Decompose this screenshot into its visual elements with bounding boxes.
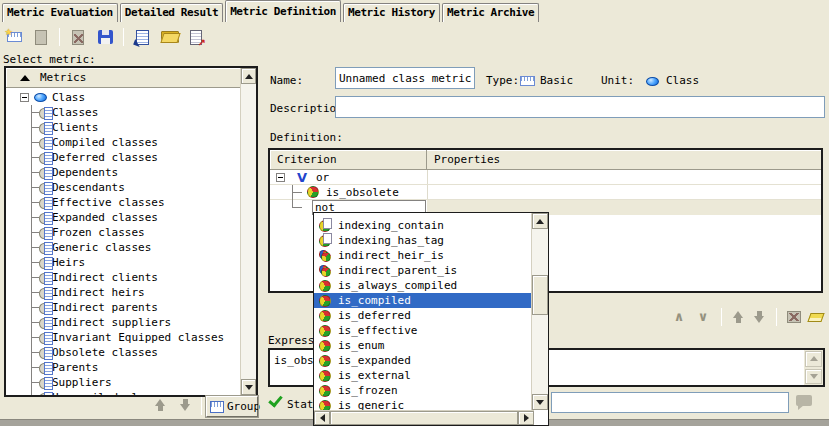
- scroll-down-button[interactable]: [241, 379, 256, 395]
- criterion-option[interactable]: is_external: [314, 368, 531, 383]
- scroll-up-button[interactable]: [241, 68, 256, 84]
- metric-tree-item[interactable]: Classes: [6, 105, 240, 120]
- metric-tree-item-label: Indirect parents: [52, 300, 158, 315]
- metric-tree-item[interactable]: Parents: [6, 360, 240, 375]
- scrollbar-thumb[interactable]: [330, 411, 518, 425]
- move-criterion-up-button[interactable]: [732, 310, 745, 324]
- criterion-dropdown: indexing_contain indexing_has_tag indire…: [313, 212, 549, 426]
- remove-criterion-button[interactable]: [787, 311, 801, 323]
- expression-scroll-down-button[interactable]: [805, 369, 822, 385]
- tree-scrollbar[interactable]: [240, 68, 256, 395]
- metric-tree-item[interactable]: Compiled classes: [6, 135, 240, 150]
- new-metric-icon: [7, 32, 22, 42]
- tab[interactable]: Metric History: [343, 3, 440, 22]
- properties-column-header[interactable]: Properties: [427, 150, 500, 169]
- new-metric-button[interactable]: [3, 26, 25, 48]
- criterion-column-header[interactable]: Criterion: [270, 150, 427, 169]
- collapse-icon[interactable]: [20, 93, 29, 102]
- tab[interactable]: Metric Evaluation: [2, 3, 118, 22]
- delete-metric-button[interactable]: [67, 26, 89, 48]
- criterion-option[interactable]: is_effective: [314, 323, 531, 338]
- metric-icon: [39, 362, 50, 373]
- criterion-option[interactable]: is_expanded: [314, 353, 531, 368]
- metric-tree-item-label: Suppliers: [52, 375, 112, 390]
- move-down-button[interactable]: [179, 398, 192, 412]
- criterion-option[interactable]: is_enum: [314, 338, 531, 353]
- definition-label: Definition:: [270, 130, 343, 145]
- metric-icon: [39, 392, 50, 395]
- criterion-option[interactable]: is_compiled: [314, 293, 531, 308]
- tab[interactable]: Metric Definition: [225, 0, 341, 22]
- metric-tree-item[interactable]: Uncompiled classes: [6, 390, 240, 395]
- scroll-left-button[interactable]: [314, 411, 330, 425]
- metric-tree-item[interactable]: Indirect heirs: [6, 285, 240, 300]
- name-input[interactable]: [335, 67, 475, 89]
- metric-tree-item[interactable]: Dependents: [6, 165, 240, 180]
- criterion-option[interactable]: indexing_has_tag: [314, 233, 531, 248]
- type-label: Type:: [486, 73, 519, 88]
- metric-tree-item[interactable]: Indirect suppliers: [6, 315, 240, 330]
- criterion-option[interactable]: is_deferred: [314, 308, 531, 323]
- speech-bubble-icon[interactable]: [796, 395, 812, 406]
- save-metric-button[interactable]: [94, 26, 116, 48]
- metric-icon: [39, 227, 50, 238]
- group-toggle-button[interactable]: Group: [206, 396, 258, 417]
- metric-tree-item[interactable]: Invariant Equipped classes: [6, 330, 240, 345]
- metric-icon: [39, 302, 50, 313]
- scroll-down-button[interactable]: [532, 394, 548, 410]
- metric-icon: [39, 377, 50, 388]
- expression-scroll-up-button[interactable]: [805, 351, 822, 367]
- status-input[interactable]: [551, 392, 789, 413]
- criterion-row-or[interactable]: or: [270, 170, 821, 185]
- and-operator-button[interactable]: [671, 310, 687, 324]
- criterion-option[interactable]: indirect_heir_is: [314, 248, 531, 263]
- tab-label: Metric Definition: [230, 5, 336, 18]
- description-input[interactable]: [335, 96, 825, 118]
- metric-tree-item[interactable]: Clients: [6, 120, 240, 135]
- criterion-option[interactable]: is_always_compiled: [314, 278, 531, 293]
- criterion-icon: [319, 370, 331, 382]
- sort-ascending-icon: [20, 75, 30, 81]
- scroll-right-button[interactable]: [518, 411, 534, 425]
- tab[interactable]: Metric Archive: [442, 3, 539, 22]
- metric-icon: [39, 137, 50, 148]
- metric-tree-root-class[interactable]: Class: [6, 90, 240, 105]
- criterion-option[interactable]: indirect_parent_is: [314, 263, 531, 278]
- metric-tree-item[interactable]: Obsolete classes: [6, 345, 240, 360]
- move-up-button[interactable]: [154, 398, 167, 412]
- tab[interactable]: Detailed Result: [120, 3, 223, 22]
- metric-tree-item-label: Indirect clients: [52, 270, 158, 285]
- dropdown-vertical-scrollbar[interactable]: [531, 213, 548, 410]
- import-metrics-button[interactable]: [131, 26, 153, 48]
- criterion-option[interactable]: indexing_contain: [314, 218, 531, 233]
- export-metrics-button[interactable]: [185, 26, 207, 48]
- metric-tree-item[interactable]: Frozen classes: [6, 225, 240, 240]
- metric-tree-item[interactable]: Indirect parents: [6, 300, 240, 315]
- metric-tree-item[interactable]: Deferred classes: [6, 150, 240, 165]
- metric-tree-item[interactable]: Heirs: [6, 255, 240, 270]
- metric-tree-item[interactable]: Generic classes: [6, 240, 240, 255]
- definition-table-header: Criterion Properties: [270, 150, 821, 170]
- erase-definition-button[interactable]: [807, 313, 824, 322]
- metric-tree-item[interactable]: Suppliers: [6, 375, 240, 390]
- metric-tree-item-label: Heirs: [52, 255, 85, 270]
- metric-tree-header[interactable]: Metrics: [6, 68, 240, 88]
- scrollbar-thumb[interactable]: [532, 275, 548, 315]
- criterion-option[interactable]: is_frozen: [314, 383, 531, 398]
- move-criterion-down-button[interactable]: [753, 310, 766, 324]
- criterion-icon: [319, 325, 331, 337]
- open-metric-file-icon: [161, 31, 178, 43]
- metric-tree-item-label: Effective classes: [52, 195, 165, 210]
- criterion-row-is-obsolete[interactable]: is_obsolete: [270, 185, 821, 200]
- metric-tree-item[interactable]: Descendants: [6, 180, 240, 195]
- duplicate-metric-button[interactable]: [30, 26, 52, 48]
- metric-tree-item[interactable]: Indirect clients: [6, 270, 240, 285]
- toolbar-separator: [721, 308, 722, 326]
- scroll-up-button[interactable]: [532, 213, 548, 229]
- metric-tree-item[interactable]: Expanded classes: [6, 210, 240, 225]
- dropdown-horizontal-scrollbar[interactable]: [314, 410, 534, 425]
- metric-tree-item[interactable]: Effective classes: [6, 195, 240, 210]
- collapse-icon[interactable]: [276, 173, 285, 182]
- or-operator-button[interactable]: [695, 310, 711, 324]
- open-metric-file-button[interactable]: [158, 26, 180, 48]
